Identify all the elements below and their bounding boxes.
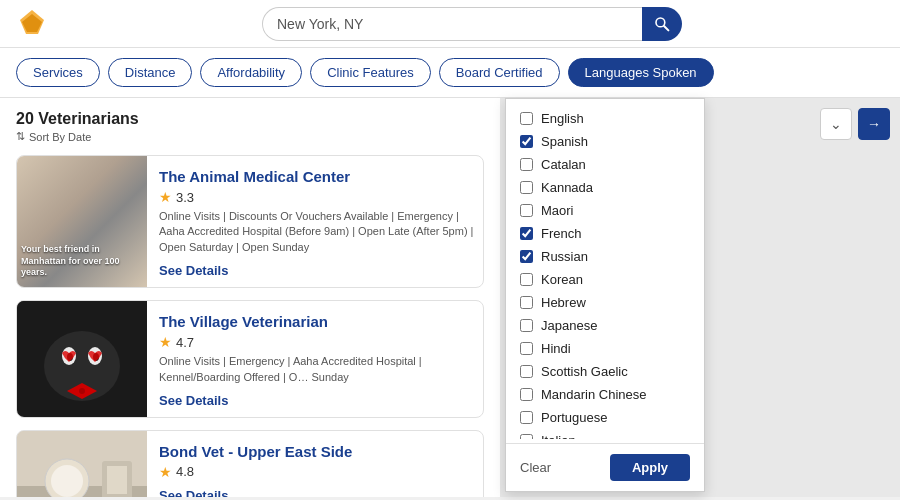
- search-input[interactable]: [262, 7, 642, 41]
- main-content: 20 Veterinarians ⇅ Sort By Date Your bes…: [0, 98, 900, 497]
- vet-rating-2: ★ 4.8: [159, 464, 475, 480]
- lang-checkbox-maori[interactable]: [520, 204, 533, 217]
- search-icon: [654, 16, 670, 32]
- lang-checkbox-portuguese[interactable]: [520, 411, 533, 424]
- vet-image-2: [17, 431, 147, 497]
- lang-checkbox-scottish-gaelic[interactable]: [520, 365, 533, 378]
- lang-item-portuguese[interactable]: Portuguese: [506, 406, 704, 429]
- vet-name-2[interactable]: Bond Vet - Upper East Side: [159, 443, 475, 460]
- languages-list: EnglishSpanishCatalanKannadaMaoriFrenchR…: [506, 99, 704, 439]
- vet-info-2: Bond Vet - Upper East Side ★ 4.8 See Det…: [159, 431, 483, 497]
- lang-checkbox-hindi[interactable]: [520, 342, 533, 355]
- see-details-0[interactable]: See Details: [159, 263, 228, 278]
- lang-label-mandarin-chinese: Mandarin Chinese: [541, 387, 647, 402]
- lang-label-hindi: Hindi: [541, 341, 571, 356]
- lang-label-portuguese: Portuguese: [541, 410, 608, 425]
- vet-image-0: Your best friend in Manhattan for over 1…: [17, 156, 147, 287]
- vet-card-0: Your best friend in Manhattan for over 1…: [16, 155, 484, 288]
- lang-item-mandarin-chinese[interactable]: Mandarin Chinese: [506, 383, 704, 406]
- lang-checkbox-french[interactable]: [520, 227, 533, 240]
- lang-label-korean: Korean: [541, 272, 583, 287]
- lang-item-spanish[interactable]: Spanish: [506, 130, 704, 153]
- lang-item-catalan[interactable]: Catalan: [506, 153, 704, 176]
- see-details-2[interactable]: See Details: [159, 488, 228, 497]
- results-count: 20 Veterinarians: [16, 110, 484, 128]
- lang-item-japanese[interactable]: Japanese: [506, 314, 704, 337]
- lang-item-maori[interactable]: Maori: [506, 199, 704, 222]
- search-bar: [262, 7, 682, 41]
- clear-button[interactable]: Clear: [520, 460, 551, 475]
- map-nav: ⌄ →: [820, 108, 890, 140]
- vet-info-0: The Animal Medical Center ★ 3.3 Online V…: [159, 156, 483, 287]
- apply-button[interactable]: Apply: [610, 454, 690, 481]
- pill-services[interactable]: Services: [16, 58, 100, 87]
- lang-label-italian: Italian: [541, 433, 576, 439]
- pill-clinic-features[interactable]: Clinic Features: [310, 58, 431, 87]
- lang-checkbox-russian[interactable]: [520, 250, 533, 263]
- lang-checkbox-spanish[interactable]: [520, 135, 533, 148]
- lang-checkbox-english[interactable]: [520, 112, 533, 125]
- pill-board-certified[interactable]: Board Certified: [439, 58, 560, 87]
- lang-checkbox-kannada[interactable]: [520, 181, 533, 194]
- pill-languages-spoken[interactable]: Languages Spoken: [568, 58, 714, 87]
- lang-item-scottish-gaelic[interactable]: Scottish Gaelic: [506, 360, 704, 383]
- star-icon-1: ★: [159, 334, 172, 350]
- dropdown-footer: Clear Apply: [506, 443, 704, 491]
- lang-label-spanish: Spanish: [541, 134, 588, 149]
- lang-checkbox-catalan[interactable]: [520, 158, 533, 171]
- vet-image-1: [17, 301, 147, 417]
- svg-point-14: [51, 465, 83, 497]
- lang-item-english[interactable]: English: [506, 107, 704, 130]
- lang-label-hebrew: Hebrew: [541, 295, 586, 310]
- map-nav-prev[interactable]: ⌄: [820, 108, 852, 140]
- vet-rating-0: ★ 3.3: [159, 189, 475, 205]
- pill-distance[interactable]: Distance: [108, 58, 193, 87]
- lang-item-hebrew[interactable]: Hebrew: [506, 291, 704, 314]
- header: [0, 0, 900, 48]
- lang-item-french[interactable]: French: [506, 222, 704, 245]
- vet-desc-1: Online Visits | Emergency | Aaha Accredi…: [159, 354, 475, 385]
- lang-item-kannada[interactable]: Kannada: [506, 176, 704, 199]
- lang-label-french: French: [541, 226, 581, 241]
- lang-checkbox-hebrew[interactable]: [520, 296, 533, 309]
- pill-affordability[interactable]: Affordability: [200, 58, 302, 87]
- lang-label-english: English: [541, 111, 584, 126]
- lang-checkbox-italian[interactable]: [520, 434, 533, 439]
- vet-desc-0: Online Visits | Discounts Or Vouchers Av…: [159, 209, 475, 255]
- map-nav-next[interactable]: →: [858, 108, 890, 140]
- svg-rect-16: [107, 466, 127, 494]
- results-panel: 20 Veterinarians ⇅ Sort By Date Your bes…: [0, 98, 500, 497]
- lang-checkbox-mandarin-chinese[interactable]: [520, 388, 533, 401]
- lang-label-kannada: Kannada: [541, 180, 593, 195]
- vet-name-0[interactable]: The Animal Medical Center: [159, 168, 475, 185]
- results-header: 20 Veterinarians ⇅ Sort By Date: [16, 110, 484, 143]
- vet-name-1[interactable]: The Village Veterinarian: [159, 313, 475, 330]
- lang-item-hindi[interactable]: Hindi: [506, 337, 704, 360]
- lang-label-scottish-gaelic: Scottish Gaelic: [541, 364, 628, 379]
- lang-checkbox-korean[interactable]: [520, 273, 533, 286]
- lang-item-italian[interactable]: Italian: [506, 429, 704, 439]
- vet-image-text-0: Your best friend in Manhattan for over 1…: [21, 244, 147, 279]
- lang-label-catalan: Catalan: [541, 157, 586, 172]
- lang-checkbox-japanese[interactable]: [520, 319, 533, 332]
- vet-card-1: The Village Veterinarian ★ 4.7 Online Vi…: [16, 300, 484, 418]
- lang-item-russian[interactable]: Russian: [506, 245, 704, 268]
- vet-card-2: Bond Vet - Upper East Side ★ 4.8 See Det…: [16, 430, 484, 497]
- svg-point-10: [79, 388, 85, 394]
- star-icon-0: ★: [159, 189, 172, 205]
- see-details-1[interactable]: See Details: [159, 393, 228, 408]
- logo: [16, 6, 48, 42]
- sort-by-date[interactable]: ⇅ Sort By Date: [16, 130, 484, 143]
- search-button[interactable]: [642, 7, 682, 41]
- vet-rating-1: ★ 4.7: [159, 334, 475, 350]
- lang-label-japanese: Japanese: [541, 318, 597, 333]
- lang-label-russian: Russian: [541, 249, 588, 264]
- languages-dropdown: EnglishSpanishCatalanKannadaMaoriFrenchR…: [505, 98, 705, 492]
- nav-bar: Services Distance Affordability Clinic F…: [0, 48, 900, 98]
- lang-item-korean[interactable]: Korean: [506, 268, 704, 291]
- vet-info-1: The Village Veterinarian ★ 4.7 Online Vi…: [159, 301, 483, 417]
- lang-label-maori: Maori: [541, 203, 574, 218]
- svg-line-3: [664, 26, 668, 30]
- star-icon-2: ★: [159, 464, 172, 480]
